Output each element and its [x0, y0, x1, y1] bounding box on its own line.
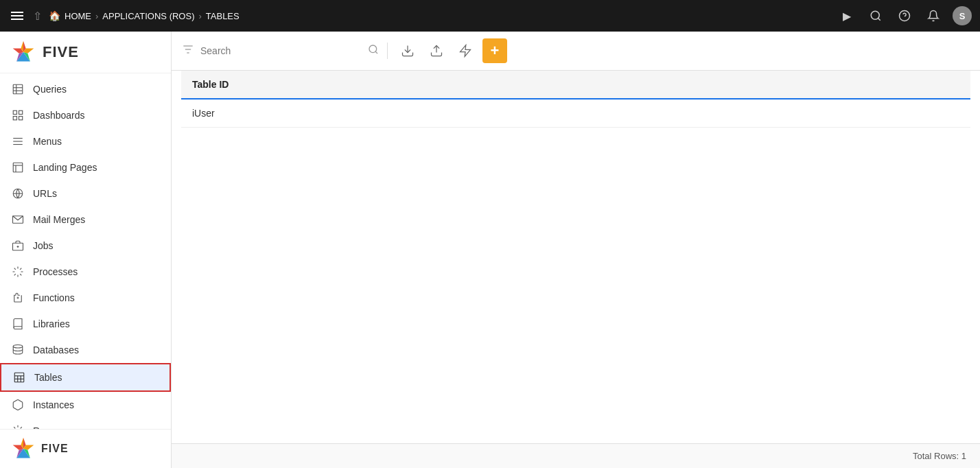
svg-line-38 [375, 51, 377, 54]
svg-rect-16 [13, 163, 23, 172]
dashboards-icon [11, 108, 25, 122]
sidebar-item-jobs[interactable]: Jobs [0, 233, 171, 259]
resources-icon [11, 424, 25, 429]
sidebar-item-urls[interactable]: URLs [0, 180, 171, 207]
help-button[interactable] [895, 6, 914, 25]
svg-rect-11 [13, 117, 16, 120]
breadcrumb-applications-label: APPLICATIONS (ROS) [102, 11, 194, 21]
sidebar-item-databases-label: Databases [33, 344, 79, 355]
sidebar-item-urls-label: URLs [33, 188, 57, 199]
breadcrumb-applications[interactable]: APPLICATIONS (ROS) [102, 11, 194, 21]
footer-logo-icon [11, 436, 36, 461]
home-icon: 🏠 [49, 10, 60, 21]
hamburger-menu[interactable] [8, 9, 26, 23]
landing-pages-icon [11, 161, 25, 174]
breadcrumb-tables-label: TABLES [206, 11, 240, 21]
total-rows-label: Total Rows: 1 [913, 451, 966, 461]
sidebar-item-dashboards-label: Dashboards [33, 110, 85, 121]
svg-marker-41 [460, 45, 471, 57]
play-button[interactable]: ▶ [837, 6, 856, 25]
table-row[interactable]: iUser [181, 99, 970, 128]
jobs-icon [11, 239, 25, 253]
notifications-button[interactable] [924, 6, 943, 25]
sidebar-logo: FIVE [0, 32, 171, 73]
sidebar-item-functions[interactable]: Functions [0, 285, 171, 311]
processes-icon [11, 265, 25, 279]
sidebar-item-libraries[interactable]: Libraries [0, 311, 171, 337]
instances-icon [11, 398, 25, 412]
cell-table-id: iUser [181, 99, 970, 128]
sidebar-item-jobs-label: Jobs [33, 240, 54, 251]
search-input[interactable] [200, 45, 364, 56]
footer-logo-text: FIVE [41, 443, 69, 455]
svg-rect-10 [19, 110, 23, 114]
sidebar-item-mail-merges-label: Mail Merges [33, 214, 85, 225]
sidebar-item-functions-label: Functions [33, 292, 75, 303]
svg-point-25 [13, 345, 23, 349]
tables-icon [12, 371, 26, 384]
sidebar-item-queries-label: Queries [33, 84, 67, 95]
five-logo-icon [11, 40, 36, 65]
user-avatar[interactable]: S [953, 6, 972, 25]
breadcrumb-sep-1: › [95, 11, 98, 21]
breadcrumb-sep-2: › [198, 11, 201, 21]
search-icon [368, 44, 379, 58]
svg-point-37 [369, 45, 377, 53]
sidebar-item-mail-merges[interactable]: Mail Merges [0, 207, 171, 233]
urls-icon [11, 187, 25, 200]
sidebar-item-landing-pages[interactable]: Landing Pages [0, 154, 171, 180]
sidebar-navigation: Queries Dashboards Menus [0, 73, 171, 429]
main-layout: FIVE Queries Dashboards [0, 32, 980, 468]
navbar: ⇧ 🏠 HOME › APPLICATIONS (ROS) › TABLES ▶… [0, 0, 980, 32]
sidebar-item-queries[interactable]: Queries [0, 76, 171, 102]
lightning-button[interactable] [454, 39, 477, 62]
sidebar: FIVE Queries Dashboards [0, 32, 172, 468]
svg-rect-26 [14, 373, 24, 382]
help-icon [898, 10, 911, 22]
svg-rect-5 [13, 84, 23, 94]
breadcrumb: 🏠 HOME › APPLICATIONS (ROS) › TABLES [49, 10, 830, 21]
content-area: + Table ID iUser Total Rows: 1 [172, 32, 980, 468]
add-button-label: + [491, 42, 500, 60]
data-table: Table ID iUser [181, 71, 970, 128]
sidebar-item-resources[interactable]: Resources [0, 418, 171, 429]
sidebar-item-processes[interactable]: Processes [0, 259, 171, 285]
toolbar-divider [387, 43, 388, 59]
sidebar-item-dashboards[interactable]: Dashboards [0, 102, 171, 128]
sidebar-footer: FIVE [0, 429, 171, 468]
breadcrumb-home-label: HOME [65, 11, 91, 21]
data-table-wrapper: Table ID iUser [172, 71, 980, 443]
sidebar-item-menus-label: Menus [33, 136, 62, 147]
menus-icon [11, 134, 25, 148]
filter-button[interactable] [181, 43, 195, 60]
svg-line-1 [878, 18, 880, 20]
table-header-row: Table ID [181, 71, 970, 99]
databases-icon [11, 343, 25, 357]
sidebar-item-menus[interactable]: Menus [0, 128, 171, 154]
breadcrumb-tables[interactable]: TABLES [206, 11, 240, 21]
sidebar-logo-text: FIVE [43, 43, 79, 61]
sidebar-item-instances-label: Instances [33, 399, 74, 410]
mail-merges-icon [11, 213, 25, 226]
download-button[interactable] [396, 39, 419, 62]
search-icon [870, 10, 882, 22]
column-table-id[interactable]: Table ID [181, 71, 970, 99]
sidebar-item-databases[interactable]: Databases [0, 337, 171, 363]
sidebar-item-tables-label: Tables [34, 372, 62, 383]
functions-icon [11, 291, 25, 305]
toolbar: + [172, 32, 980, 71]
search-box[interactable] [200, 44, 379, 58]
sidebar-item-processes-label: Processes [33, 266, 78, 277]
upload-button[interactable] [425, 39, 448, 62]
sidebar-item-tables[interactable]: Tables [0, 363, 171, 392]
add-button[interactable]: + [482, 38, 507, 63]
search-button[interactable] [866, 6, 885, 25]
sidebar-item-instances[interactable]: Instances [0, 392, 171, 418]
up-button[interactable]: ⇧ [33, 10, 42, 23]
sidebar-item-landing-pages-label: Landing Pages [33, 162, 97, 173]
breadcrumb-home[interactable]: 🏠 HOME [49, 10, 91, 21]
svg-rect-9 [13, 110, 16, 114]
bell-icon [927, 10, 940, 22]
svg-point-0 [871, 11, 879, 19]
libraries-icon [11, 317, 25, 331]
